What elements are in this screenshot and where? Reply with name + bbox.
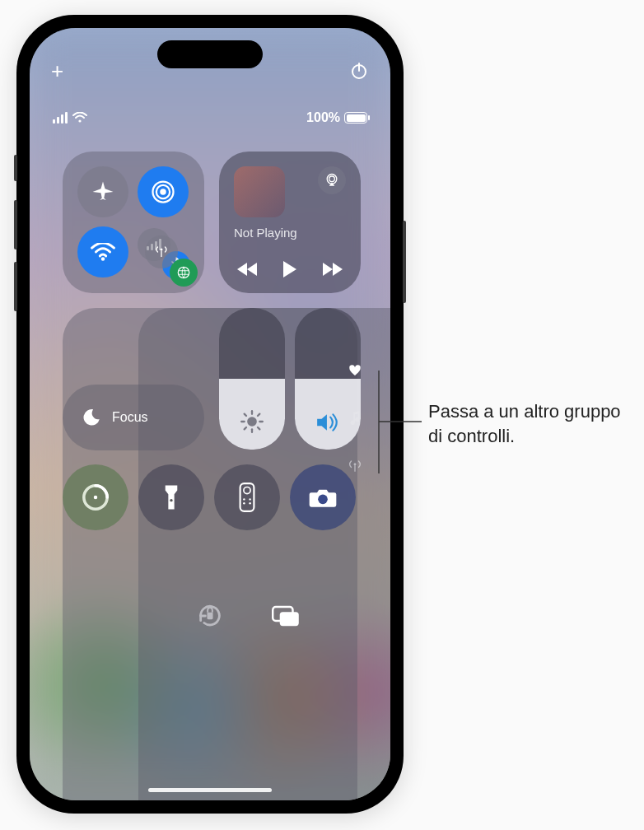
screen-mirroring-icon [272,604,300,628]
album-art-placeholder [234,166,285,217]
status-bar: 100% [30,110,390,125]
airplay-button[interactable] [318,166,346,194]
svg-line-20 [245,414,246,416]
power-side-button [403,221,406,303]
connectivity-group[interactable] [63,152,204,293]
svg-point-25 [94,496,98,500]
wifi-toggle[interactable] [77,226,128,277]
page-dot-favorites[interactable] [346,361,364,380]
antenna-dot-icon [348,459,362,473]
vpn-hotspot-cluster[interactable] [145,234,196,285]
svg-point-31 [243,502,245,504]
rewind-icon [237,262,259,277]
svg-point-34 [354,463,357,465]
focus-mode-button[interactable]: Focus [63,385,204,450]
airdrop-icon [151,180,175,204]
flashlight-icon [163,483,180,511]
svg-point-33 [318,495,328,505]
svg-point-28 [244,487,250,494]
svg-point-26 [170,499,172,501]
svg-point-6 [101,257,105,260]
music-note-icon [348,411,362,426]
svg-point-32 [249,502,250,504]
airplay-icon [324,172,340,189]
speaker-icon [315,412,340,433]
rewind-button[interactable] [237,262,259,277]
iphone-frame: + 100% [16,15,404,814]
airplane-icon [91,180,115,204]
volume-down-button [14,262,17,311]
battery-percent: 100% [306,110,340,125]
page-selector[interactable] [346,361,364,475]
power-menu-button[interactable] [349,61,369,81]
focus-label: Focus [112,410,148,425]
svg-point-3 [160,189,166,195]
svg-point-11 [329,176,335,182]
svg-point-30 [249,498,250,500]
personal-hotspot-toggle[interactable] [170,259,198,287]
volume-up-button [14,200,17,249]
remote-icon [239,483,255,512]
airdrop-toggle[interactable] [138,166,189,217]
svg-line-22 [245,427,246,429]
flashlight-button[interactable] [138,464,204,530]
wifi-icon [91,243,115,261]
svg-line-23 [258,414,259,416]
airplane-mode-toggle[interactable] [77,166,128,217]
battery-icon [344,112,367,124]
forward-icon [321,262,343,277]
page-dot-connectivity[interactable] [346,457,364,475]
play-button[interactable] [282,260,298,278]
svg-line-21 [258,427,259,429]
svg-point-7 [161,249,163,251]
svg-point-29 [243,498,245,500]
callout-label: Passa a un altro gruppo di controlli. [428,399,634,448]
dynamic-island [157,40,263,68]
side-button [14,155,17,181]
screen: + 100% [30,28,390,800]
svg-point-9 [178,267,189,278]
sun-icon [240,410,264,433]
cellular-signal-icon [53,112,68,124]
timer-icon [82,483,110,511]
add-control-button[interactable]: + [51,60,63,82]
svg-point-10 [327,175,337,184]
svg-rect-14 [280,612,299,626]
wifi-status-icon [72,112,87,124]
moon-icon [81,407,102,428]
antenna-icon [154,245,169,259]
control-center-grid: Not Playing [63,152,357,767]
timer-button[interactable] [63,464,128,530]
home-indicator[interactable] [148,788,272,792]
svg-point-2 [78,119,81,122]
hotspot-icon [176,265,191,280]
now-playing-label: Not Playing [234,226,297,240]
forward-button[interactable] [321,262,343,277]
page-dot-music[interactable] [346,409,364,427]
camera-icon [308,486,338,509]
apple-tv-remote-button[interactable] [214,464,280,530]
media-playback-tile[interactable]: Not Playing [219,152,361,293]
heart-icon [348,364,362,377]
power-icon [349,61,369,81]
brightness-slider[interactable] [219,308,285,450]
play-icon [282,260,298,278]
svg-point-15 [247,417,257,427]
